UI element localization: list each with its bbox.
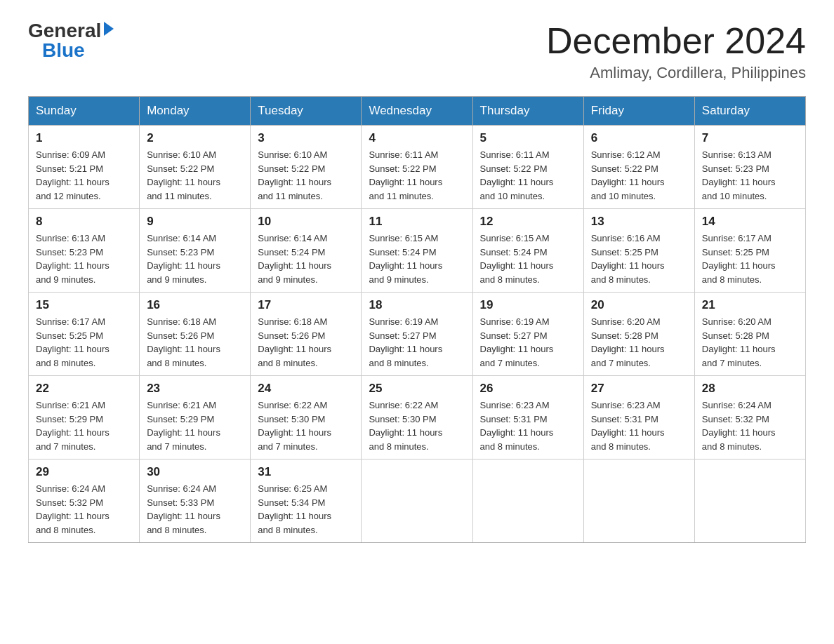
day-number: 31 (258, 465, 354, 479)
day-info: Sunrise: 6:13 AMSunset: 5:23 PMDaylight:… (36, 233, 110, 285)
day-info: Sunrise: 6:19 AMSunset: 5:27 PMDaylight:… (480, 316, 554, 368)
calendar-cell (362, 459, 472, 543)
day-info: Sunrise: 6:18 AMSunset: 5:26 PMDaylight:… (147, 316, 220, 368)
day-number: 26 (480, 382, 576, 396)
col-header-wednesday: Wednesday (362, 97, 472, 126)
day-info: Sunrise: 6:23 AMSunset: 5:31 PMDaylight:… (591, 400, 665, 452)
calendar-cell: 28 Sunrise: 6:24 AMSunset: 5:32 PMDaylig… (694, 376, 805, 459)
calendar-cell: 9 Sunrise: 6:14 AMSunset: 5:23 PMDayligh… (140, 209, 251, 293)
logo-triangle-icon (104, 22, 114, 36)
day-number: 29 (36, 465, 132, 479)
calendar-cell: 19 Sunrise: 6:19 AMSunset: 5:27 PMDaylig… (472, 293, 583, 376)
day-info: Sunrise: 6:22 AMSunset: 5:30 PMDaylight:… (258, 400, 331, 452)
col-header-monday: Monday (140, 97, 251, 126)
day-number: 27 (591, 382, 687, 396)
calendar-cell: 14 Sunrise: 6:17 AMSunset: 5:25 PMDaylig… (694, 209, 805, 293)
day-info: Sunrise: 6:25 AMSunset: 5:34 PMDaylight:… (258, 483, 331, 535)
calendar-cell: 16 Sunrise: 6:18 AMSunset: 5:26 PMDaylig… (140, 293, 251, 376)
day-number: 28 (702, 382, 798, 396)
calendar-cell: 31 Sunrise: 6:25 AMSunset: 5:34 PMDaylig… (251, 459, 362, 543)
day-number: 16 (147, 298, 243, 312)
day-info: Sunrise: 6:23 AMSunset: 5:31 PMDaylight:… (480, 400, 554, 452)
day-number: 23 (147, 382, 243, 396)
day-info: Sunrise: 6:17 AMSunset: 5:25 PMDaylight:… (702, 233, 776, 285)
day-info: Sunrise: 6:11 AMSunset: 5:22 PMDaylight:… (480, 149, 554, 201)
calendar-cell: 10 Sunrise: 6:14 AMSunset: 5:24 PMDaylig… (251, 209, 362, 293)
calendar-cell: 24 Sunrise: 6:22 AMSunset: 5:30 PMDaylig… (251, 376, 362, 459)
calendar-cell: 3 Sunrise: 6:10 AMSunset: 5:22 PMDayligh… (251, 126, 362, 209)
calendar-table: SundayMondayTuesdayWednesdayThursdayFrid… (28, 96, 806, 543)
col-header-sunday: Sunday (29, 97, 140, 126)
day-info: Sunrise: 6:21 AMSunset: 5:29 PMDaylight:… (147, 400, 220, 452)
day-number: 7 (702, 131, 798, 145)
calendar-week-4: 22 Sunrise: 6:21 AMSunset: 5:29 PMDaylig… (29, 376, 806, 459)
calendar-cell: 8 Sunrise: 6:13 AMSunset: 5:23 PMDayligh… (29, 209, 140, 293)
day-number: 3 (258, 131, 354, 145)
calendar-cell: 25 Sunrise: 6:22 AMSunset: 5:30 PMDaylig… (362, 376, 472, 459)
calendar-cell: 18 Sunrise: 6:19 AMSunset: 5:27 PMDaylig… (362, 293, 472, 376)
day-number: 25 (369, 382, 465, 396)
day-info: Sunrise: 6:13 AMSunset: 5:23 PMDaylight:… (702, 149, 776, 201)
month-title: December 2024 (546, 21, 806, 61)
calendar-cell: 7 Sunrise: 6:13 AMSunset: 5:23 PMDayligh… (694, 126, 805, 209)
day-info: Sunrise: 6:22 AMSunset: 5:30 PMDaylight:… (369, 400, 442, 452)
col-header-tuesday: Tuesday (251, 97, 362, 126)
calendar-cell: 21 Sunrise: 6:20 AMSunset: 5:28 PMDaylig… (694, 293, 805, 376)
day-info: Sunrise: 6:20 AMSunset: 5:28 PMDaylight:… (702, 316, 776, 368)
day-info: Sunrise: 6:12 AMSunset: 5:22 PMDaylight:… (591, 149, 665, 201)
calendar-cell: 13 Sunrise: 6:16 AMSunset: 5:25 PMDaylig… (583, 209, 694, 293)
calendar-week-5: 29 Sunrise: 6:24 AMSunset: 5:32 PMDaylig… (29, 459, 806, 543)
col-header-friday: Friday (583, 97, 694, 126)
calendar-cell: 12 Sunrise: 6:15 AMSunset: 5:24 PMDaylig… (472, 209, 583, 293)
day-info: Sunrise: 6:11 AMSunset: 5:22 PMDaylight:… (369, 149, 442, 201)
day-number: 12 (480, 215, 576, 229)
day-info: Sunrise: 6:24 AMSunset: 5:32 PMDaylight:… (702, 400, 776, 452)
calendar-cell: 11 Sunrise: 6:15 AMSunset: 5:24 PMDaylig… (362, 209, 472, 293)
calendar-cell: 26 Sunrise: 6:23 AMSunset: 5:31 PMDaylig… (472, 376, 583, 459)
calendar-week-3: 15 Sunrise: 6:17 AMSunset: 5:25 PMDaylig… (29, 293, 806, 376)
day-info: Sunrise: 6:18 AMSunset: 5:26 PMDaylight:… (258, 316, 331, 368)
day-number: 13 (591, 215, 687, 229)
day-number: 21 (702, 298, 798, 312)
day-number: 2 (147, 131, 243, 145)
col-header-thursday: Thursday (472, 97, 583, 126)
day-number: 8 (36, 215, 132, 229)
day-number: 14 (702, 215, 798, 229)
calendar-cell: 20 Sunrise: 6:20 AMSunset: 5:28 PMDaylig… (583, 293, 694, 376)
day-number: 6 (591, 131, 687, 145)
day-number: 24 (258, 382, 354, 396)
day-info: Sunrise: 6:24 AMSunset: 5:32 PMDaylight:… (36, 483, 110, 535)
calendar-cell: 30 Sunrise: 6:24 AMSunset: 5:33 PMDaylig… (140, 459, 251, 543)
calendar-header-row: SundayMondayTuesdayWednesdayThursdayFrid… (29, 97, 806, 126)
calendar-cell (694, 459, 805, 543)
day-info: Sunrise: 6:19 AMSunset: 5:27 PMDaylight:… (369, 316, 442, 368)
calendar-cell: 2 Sunrise: 6:10 AMSunset: 5:22 PMDayligh… (140, 126, 251, 209)
day-info: Sunrise: 6:10 AMSunset: 5:22 PMDaylight:… (147, 149, 220, 201)
calendar-week-1: 1 Sunrise: 6:09 AMSunset: 5:21 PMDayligh… (29, 126, 806, 209)
calendar-cell: 4 Sunrise: 6:11 AMSunset: 5:22 PMDayligh… (362, 126, 472, 209)
calendar-cell: 1 Sunrise: 6:09 AMSunset: 5:21 PMDayligh… (29, 126, 140, 209)
day-info: Sunrise: 6:21 AMSunset: 5:29 PMDaylight:… (36, 400, 110, 452)
day-number: 17 (258, 298, 354, 312)
logo-general-text: General (28, 21, 101, 41)
day-number: 1 (36, 131, 132, 145)
calendar-cell: 17 Sunrise: 6:18 AMSunset: 5:26 PMDaylig… (251, 293, 362, 376)
day-info: Sunrise: 6:14 AMSunset: 5:23 PMDaylight:… (147, 233, 220, 285)
logo: General Blue (28, 21, 114, 60)
day-info: Sunrise: 6:14 AMSunset: 5:24 PMDaylight:… (258, 233, 331, 285)
day-number: 22 (36, 382, 132, 396)
calendar-cell: 27 Sunrise: 6:23 AMSunset: 5:31 PMDaylig… (583, 376, 694, 459)
day-number: 18 (369, 298, 465, 312)
title-block: December 2024 Amlimay, Cordillera, Phili… (546, 21, 806, 82)
day-info: Sunrise: 6:20 AMSunset: 5:28 PMDaylight:… (591, 316, 665, 368)
day-info: Sunrise: 6:24 AMSunset: 5:33 PMDaylight:… (147, 483, 220, 535)
day-number: 30 (147, 465, 243, 479)
calendar-cell: 22 Sunrise: 6:21 AMSunset: 5:29 PMDaylig… (29, 376, 140, 459)
col-header-saturday: Saturday (694, 97, 805, 126)
calendar-cell (472, 459, 583, 543)
location-subtitle: Amlimay, Cordillera, Philippines (546, 64, 806, 82)
calendar-cell (583, 459, 694, 543)
day-number: 9 (147, 215, 243, 229)
day-number: 5 (480, 131, 576, 145)
calendar-cell: 6 Sunrise: 6:12 AMSunset: 5:22 PMDayligh… (583, 126, 694, 209)
